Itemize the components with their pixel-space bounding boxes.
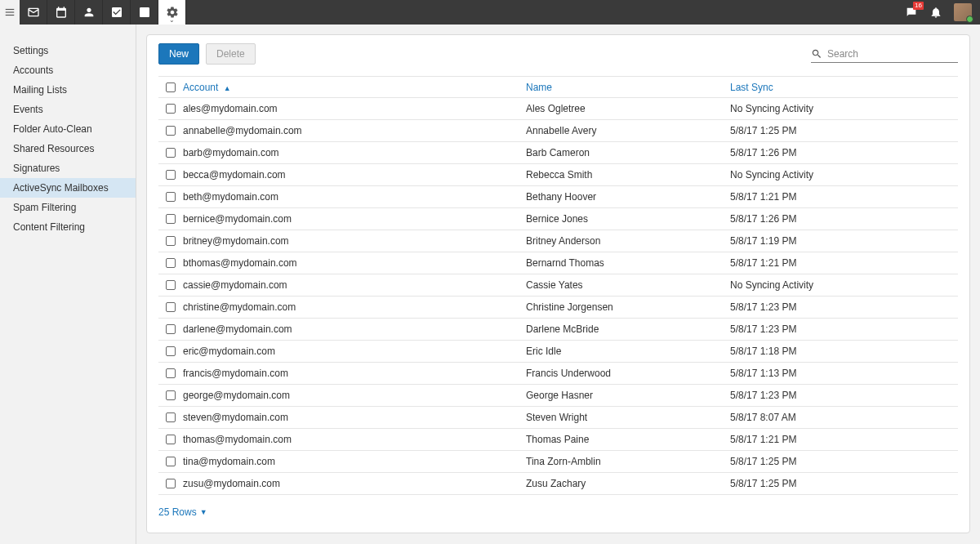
content: SettingsAccountsMailing ListsEventsFolde… [0, 25, 980, 544]
topnav-icons: ⌄ [20, 0, 186, 25]
select-all-checkbox[interactable] [166, 82, 176, 92]
cell-name: Barb Cameron [526, 147, 730, 158]
cell-last-sync: 5/8/17 1:18 PM [730, 346, 958, 357]
cell-last-sync: 5/8/17 1:25 PM [730, 125, 958, 136]
toolbar: New Delete [158, 43, 958, 65]
row-checkbox[interactable] [166, 324, 176, 334]
cell-last-sync: 5/8/17 1:21 PM [730, 257, 958, 269]
calendar-icon[interactable] [47, 0, 75, 25]
new-button[interactable]: New [158, 43, 199, 65]
row-checkbox[interactable] [166, 457, 176, 466]
row-checkbox[interactable] [166, 479, 176, 488]
sidebar-item-settings[interactable]: Settings [0, 41, 136, 60]
table-row[interactable]: becca@mydomain.comRebecca SmithNo Syncin… [158, 164, 958, 186]
table-row[interactable]: christine@mydomain.comChristine Jorgense… [158, 297, 958, 319]
cell-account: ales@mydomain.com [183, 103, 526, 114]
cell-name: Bernarnd Thomas [526, 257, 730, 269]
cell-last-sync: 5/8/17 1:25 PM [730, 478, 958, 489]
avatar[interactable] [954, 3, 972, 21]
cell-account: bernice@mydomain.com [183, 213, 526, 225]
row-checkbox[interactable] [166, 280, 176, 290]
table-row[interactable]: francis@mydomain.comFrancis Underwood5/8… [158, 363, 958, 385]
row-checkbox[interactable] [166, 170, 176, 180]
row-checkbox[interactable] [166, 258, 176, 268]
chat-icon[interactable]: 16 [905, 6, 918, 19]
sidebar-item-events[interactable]: Events [0, 100, 136, 119]
rows-selector[interactable]: 25 Rows ▼ [158, 495, 958, 518]
cell-last-sync: No Syncing Activity [730, 169, 958, 181]
sidebar-item-content-filtering[interactable]: Content Filtering [0, 217, 136, 237]
table-row[interactable]: darlene@mydomain.comDarlene McBride5/8/1… [158, 319, 958, 341]
cell-last-sync: 5/8/17 1:21 PM [730, 191, 958, 203]
cell-name: Ales Ogletree [526, 103, 730, 114]
rows-selector-label: 25 Rows [158, 506, 197, 518]
row-checkbox[interactable] [166, 104, 176, 114]
table-row[interactable]: britney@mydomain.comBritney Anderson5/8/… [158, 230, 958, 252]
sidebar-item-shared-resources[interactable]: Shared Resources [0, 139, 136, 158]
row-checkbox[interactable] [166, 148, 176, 158]
table-row[interactable]: zusu@mydomain.comZusu Zachary5/8/17 1:25… [158, 473, 958, 495]
mail-icon[interactable] [20, 0, 47, 25]
chevron-down-icon: ⌄ [169, 17, 175, 24]
row-checkbox[interactable] [166, 302, 176, 312]
row-checkbox-cell [158, 126, 183, 136]
table-row[interactable]: george@mydomain.comGeorge Hasner5/8/17 1… [158, 385, 958, 407]
table-row[interactable]: annabelle@mydomain.comAnnabelle Avery5/8… [158, 120, 958, 142]
notes-icon[interactable] [131, 0, 158, 25]
menu-toggle[interactable] [0, 0, 20, 25]
search-input[interactable] [827, 48, 958, 60]
cell-name: Cassie Yates [526, 279, 730, 291]
row-checkbox[interactable] [166, 412, 176, 422]
sidebar-item-mailing-lists[interactable]: Mailing Lists [0, 80, 136, 100]
row-checkbox[interactable] [166, 236, 176, 246]
svg-rect-1 [6, 11, 15, 12]
table-row[interactable]: eric@mydomain.comEric Idle5/8/17 1:18 PM [158, 341, 958, 363]
table-row[interactable]: ales@mydomain.comAles OgletreeNo Syncing… [158, 98, 958, 120]
table-row[interactable]: bthomas@mydomain.comBernarnd Thomas5/8/1… [158, 252, 958, 274]
row-checkbox-cell [158, 412, 183, 422]
row-checkbox[interactable] [166, 126, 176, 136]
column-account[interactable]: Account ▲ [183, 82, 526, 93]
cell-name: Steven Wright [526, 412, 730, 423]
search-field[interactable] [811, 46, 958, 63]
cell-account: george@mydomain.com [183, 390, 526, 401]
column-name[interactable]: Name [526, 82, 730, 93]
cell-name: Bethany Hoover [526, 191, 730, 203]
cell-last-sync: 5/8/17 1:21 PM [730, 434, 958, 445]
sidebar-item-spam-filtering[interactable]: Spam Filtering [0, 198, 136, 217]
search-icon [811, 48, 822, 60]
table-row[interactable]: tina@mydomain.comTina Zorn-Amblin5/8/17 … [158, 451, 958, 473]
bell-icon[interactable] [929, 6, 942, 19]
sidebar: SettingsAccountsMailing ListsEventsFolde… [0, 25, 136, 544]
cell-name: Christine Jorgensen [526, 301, 730, 313]
row-checkbox[interactable] [166, 435, 176, 444]
row-checkbox[interactable] [166, 390, 176, 400]
cell-account: eric@mydomain.com [183, 346, 526, 357]
cell-name: Darlene McBride [526, 323, 730, 335]
cell-name: Rebecca Smith [526, 169, 730, 181]
row-checkbox[interactable] [166, 214, 176, 224]
contacts-icon[interactable] [75, 0, 103, 25]
delete-button[interactable]: Delete [206, 43, 256, 65]
row-checkbox-cell [158, 390, 183, 400]
row-checkbox-cell [158, 214, 183, 224]
cell-last-sync: 5/8/17 1:13 PM [730, 368, 958, 379]
table-row[interactable]: bernice@mydomain.comBernice Jones5/8/17 … [158, 208, 958, 230]
table-row[interactable]: steven@mydomain.comSteven Wright5/8/17 8… [158, 407, 958, 429]
tasks-icon[interactable] [103, 0, 131, 25]
table-row[interactable]: thomas@mydomain.comThomas Paine5/8/17 1:… [158, 429, 958, 451]
sidebar-item-activesync-mailboxes[interactable]: ActiveSync Mailboxes [0, 178, 136, 198]
row-checkbox[interactable] [166, 368, 176, 378]
row-checkbox[interactable] [166, 192, 176, 202]
sidebar-item-signatures[interactable]: Signatures [0, 158, 136, 178]
column-last-sync[interactable]: Last Sync [730, 82, 958, 93]
table-row[interactable]: cassie@mydomain.comCassie YatesNo Syncin… [158, 274, 958, 297]
row-checkbox-cell [158, 457, 183, 466]
table-row[interactable]: barb@mydomain.comBarb Cameron5/8/17 1:26… [158, 142, 958, 164]
sidebar-item-accounts[interactable]: Accounts [0, 60, 136, 80]
table-row[interactable]: beth@mydomain.comBethany Hoover5/8/17 1:… [158, 186, 958, 208]
row-checkbox[interactable] [166, 346, 176, 356]
settings-icon[interactable]: ⌄ [158, 0, 186, 25]
svg-rect-0 [6, 9, 15, 10]
sidebar-item-folder-auto-clean[interactable]: Folder Auto-Clean [0, 119, 136, 139]
